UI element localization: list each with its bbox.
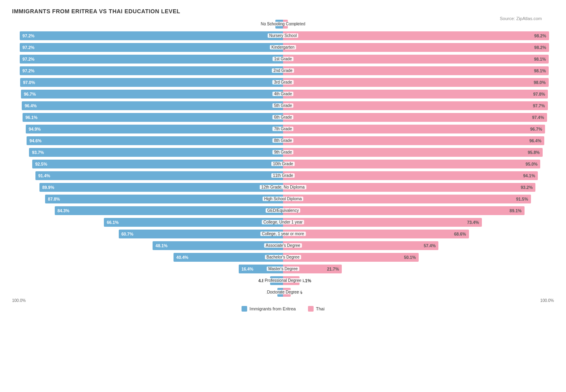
left-value: 97.2% [21, 68, 36, 73]
chart-row: 91.4%94.1%11th Grade [12, 170, 554, 181]
right-value: 73.4% [466, 220, 480, 225]
chart-row: 93.7%95.8%9th Grade [12, 147, 554, 158]
chart-container: 2.8%1.8%No Schooling Completed97.2%98.2%… [12, 18, 554, 298]
left-value: 93.7% [31, 150, 45, 155]
left-value: 48.1% [154, 243, 169, 248]
left-value: 2.8% [262, 22, 275, 27]
legend-item-right: Thai [308, 306, 324, 312]
left-value: 97.2% [21, 45, 36, 50]
chart-row: 60.7%68.6%College, 1 year or more [12, 228, 554, 239]
right-value: 2.8% [291, 290, 304, 295]
left-value: 97.2% [21, 57, 36, 62]
legend-box-right [308, 306, 314, 312]
left-value: 97.0% [22, 80, 36, 85]
chart-row: 89.9%93.2%12th Grade, No Diploma [12, 182, 554, 193]
chart-title: IMMIGRANTS FROM ERITREA VS THAI EDUCATIO… [12, 8, 554, 14]
x-axis: 100.0% 100.0% [12, 298, 554, 303]
left-value: 16.4% [240, 267, 255, 271]
right-value: 98.2% [533, 45, 547, 50]
left-value: 94.9% [27, 127, 42, 131]
left-value: 96.4% [23, 103, 38, 108]
right-value: 98.1% [533, 68, 547, 73]
left-value: 92.5% [34, 162, 48, 166]
left-value: 89.9% [41, 185, 56, 190]
chart-row: 94.6%96.4%8th Grade [12, 135, 554, 146]
chart-wrapper: IMMIGRANTS FROM ERITREA VS THAI EDUCATIO… [12, 8, 554, 312]
chart-row: 97.2%98.2%Kindergarten [12, 42, 554, 53]
right-value: 50.1% [403, 255, 417, 260]
right-value: 89.1% [508, 208, 523, 213]
left-value: 66.1% [105, 220, 120, 225]
right-value: 21.7% [326, 267, 340, 271]
legend-item-left: Immigrants from Eritrea [242, 306, 296, 312]
left-value: 87.8% [47, 197, 61, 201]
chart-row: 87.8%91.5%High School Diploma [12, 193, 554, 204]
chart-row: 97.0%98.0%3rd Grade [12, 77, 554, 88]
right-value: 57.4% [423, 243, 437, 248]
chart-row: 96.7%97.8%4th Grade [12, 88, 554, 99]
chart-row: 48.1%57.4%Associate's Degree [12, 240, 554, 251]
right-value: 91.5% [515, 197, 529, 201]
chart-row: 16.4%21.7%Master's Degree [12, 263, 554, 274]
left-value: 97.2% [21, 33, 36, 38]
left-value: 84.3% [56, 208, 71, 213]
legend-label-left: Immigrants from Eritrea [250, 306, 296, 311]
right-value: 97.8% [532, 92, 546, 96]
right-value: 93.2% [519, 185, 534, 190]
right-value: 96.7% [529, 127, 543, 131]
right-value: 96.4% [528, 138, 543, 143]
left-value: 91.4% [37, 173, 52, 178]
legend: Immigrants from Eritrea Thai [12, 306, 554, 312]
right-value: 97.4% [531, 115, 545, 120]
left-value: 4.8% [257, 278, 269, 283]
chart-row: 4.8%6.1%Professional Degree [12, 275, 554, 286]
chart-row: 97.2%98.2%Nursery School [12, 30, 554, 41]
chart-row: 94.9%96.7%7th Grade [12, 123, 554, 134]
left-value: 96.7% [23, 92, 37, 96]
chart-row: 40.4%50.1%Bachelor's Degree [12, 252, 554, 263]
chart-row: 66.1%73.4%College, Under 1 year [12, 217, 554, 228]
left-value: 2.1% [264, 290, 277, 295]
chart-row: 84.3%89.1%GED/Equivalency [12, 205, 554, 216]
right-value: 98.2% [533, 33, 547, 38]
x-axis-left: 100.0% [12, 298, 26, 303]
chart-row: 2.1%2.8%Doctorate Degree [12, 287, 554, 298]
right-value: 6.1% [300, 278, 312, 283]
legend-label-right: Thai [316, 306, 324, 311]
right-value: 68.6% [453, 232, 467, 236]
left-value: 60.7% [120, 232, 135, 236]
right-value: 95.8% [527, 150, 541, 155]
right-value: 97.7% [532, 103, 546, 108]
right-value: 95.0% [525, 162, 539, 166]
chart-row: 92.5%95.0%10th Grade [12, 158, 554, 169]
right-value: 1.8% [289, 22, 301, 27]
chart-row: 97.2%98.1%2nd Grade [12, 65, 554, 76]
left-value: 40.4% [175, 255, 190, 260]
right-value: 94.1% [522, 173, 537, 178]
x-axis-right: 100.0% [540, 298, 554, 303]
chart-row: 97.2%98.1%1st Grade [12, 53, 554, 64]
chart-row: 96.4%97.7%5th Grade [12, 100, 554, 111]
chart-row: 2.8%1.8%No Schooling Completed [12, 18, 554, 29]
right-value: 98.1% [533, 57, 547, 62]
left-value: 96.1% [24, 115, 39, 120]
right-value: 98.0% [533, 80, 547, 85]
legend-box-left [242, 306, 247, 312]
left-value: 94.6% [28, 138, 43, 143]
chart-row: 96.1%97.4%6th Grade [12, 112, 554, 123]
